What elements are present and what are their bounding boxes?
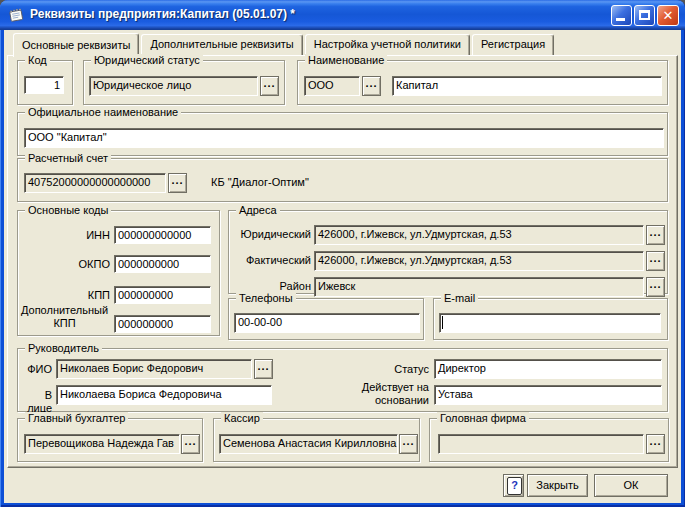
group-legal-status-label: Юридический статус — [91, 54, 203, 67]
group-email-label: E-mail — [441, 292, 478, 305]
enterprise-details-window: Реквизиты предприятия:Капитал (05.01.07)… — [0, 0, 685, 507]
group-main-codes-label: Основные коды — [25, 204, 111, 217]
legal-address-input[interactable]: 426000, г.Ижевск, ул.Удмуртская, д.53 — [314, 225, 644, 245]
additional-kpp-input[interactable]: 000000000 — [114, 315, 211, 333]
ok-button[interactable]: ОК — [594, 474, 668, 497]
app-icon — [8, 7, 24, 23]
group-manager: Руководитель ФИО Николаев Борис Федорови… — [17, 348, 668, 412]
group-addresses-label: Адреса — [236, 204, 280, 217]
tab-strip: Основные реквизиты Дополнительные реквиз… — [13, 32, 556, 55]
inn-label: ИНН — [18, 229, 110, 242]
chief-accountant-input[interactable]: Перевощикова Надежда Гав — [24, 434, 180, 454]
help-icon: ? — [507, 477, 522, 495]
additional-kpp-label: Дополнительный КПП — [18, 304, 111, 330]
account-browse-button[interactable]: ... — [168, 173, 187, 193]
cashier-browse-button[interactable]: ... — [399, 434, 418, 454]
group-cashier: Кассир Семенова Анастасия Кирилловна ... — [213, 418, 420, 462]
group-cashier-label: Кассир — [221, 412, 263, 425]
group-account: Расчетный счет 40752000000000000000 ... … — [17, 158, 668, 202]
group-head-firm: Головная фирма ... — [429, 418, 669, 462]
group-name: Наименование ООО ... Капитал — [297, 60, 668, 105]
title-bar: Реквизиты предприятия:Капитал (05.01.07)… — [0, 0, 685, 30]
head-firm-input[interactable] — [438, 434, 644, 454]
actual-address-input[interactable]: 426000, г.Ижевск, ул.Удмуртская, д.53 — [314, 251, 644, 271]
cashier-input[interactable]: Семенова Анастасия Кирилловна — [219, 434, 398, 454]
fio-browse-button[interactable]: ... — [254, 359, 273, 379]
minimize-icon[interactable] — [611, 5, 632, 26]
actual-address-label: Фактический — [233, 254, 311, 267]
legal-status-browse-button[interactable]: ... — [260, 76, 279, 96]
legal-address-label: Юридический — [233, 228, 311, 241]
actual-address-browse-button[interactable]: ... — [646, 251, 665, 271]
maximize-icon[interactable] — [634, 5, 655, 26]
fio-label: ФИО — [22, 363, 52, 376]
head-firm-browse-button[interactable]: ... — [646, 434, 665, 454]
okpo-label: ОКПО — [18, 258, 110, 271]
district-input[interactable]: Ижевск — [314, 277, 644, 297]
status-input[interactable]: Директор — [434, 359, 662, 379]
close-button[interactable]: Закрыть — [527, 474, 588, 497]
official-name-input[interactable]: ООО "Капитал" — [24, 128, 664, 148]
group-email: E-mail — [433, 298, 668, 340]
legal-address-browse-button[interactable]: ... — [646, 225, 665, 245]
text-caret — [442, 316, 443, 329]
group-phones: Телефоны 00-00-00 — [228, 298, 424, 340]
group-official-name-label: Официальное наименование — [25, 106, 181, 119]
email-input[interactable] — [439, 313, 661, 333]
group-code-label: Код — [25, 54, 50, 67]
group-account-label: Расчетный счет — [25, 152, 111, 165]
group-name-label: Наименование — [305, 54, 387, 67]
account-input[interactable]: 40752000000000000000 — [24, 173, 166, 193]
group-legal-status: Юридический статус Юридическое лицо ... — [83, 60, 285, 105]
code-input[interactable]: 1 — [24, 76, 64, 94]
group-code: Код 1 — [17, 60, 73, 105]
tab-accounting-policy[interactable]: Настройка учетной политики — [305, 34, 470, 55]
close-icon[interactable] — [657, 5, 679, 26]
bank-name-label: КБ "Диалог-Оптим" — [211, 176, 309, 189]
tab-registration[interactable]: Регистрация — [472, 34, 554, 55]
group-main-codes: Основные коды ИНН 000000000000 ОКПО 0000… — [17, 210, 220, 336]
name-prefix-input[interactable]: ООО — [304, 76, 360, 96]
group-phones-label: Телефоны — [236, 292, 296, 305]
phones-input[interactable]: 00-00-00 — [234, 313, 420, 333]
okpo-input[interactable]: 0000000000 — [114, 255, 211, 273]
kpp-input[interactable]: 000000000 — [114, 286, 211, 304]
status-label: Статус — [318, 363, 429, 376]
basis-input[interactable]: Устава — [434, 385, 662, 405]
fio-input[interactable]: Николаев Борис Федорович — [56, 359, 252, 379]
help-button[interactable]: ? — [503, 474, 524, 497]
group-head-firm-label: Головная фирма — [437, 412, 529, 425]
basis-label: Действует на основании — [313, 381, 429, 407]
chief-accountant-browse-button[interactable]: ... — [181, 434, 200, 454]
group-chief-accountant: Главный бухгалтер Перевощикова Надежда Г… — [17, 418, 203, 462]
legal-status-input[interactable]: Юридическое лицо — [89, 76, 258, 96]
group-addresses: Адреса Юридический 426000, г.Ижевск, ул.… — [228, 210, 668, 294]
tab-additional-details[interactable]: Дополнительные реквизиты — [141, 34, 302, 55]
name-prefix-browse-button[interactable]: ... — [362, 76, 381, 96]
person-input[interactable]: Николаева Бориса Федоровича — [56, 385, 272, 405]
window-title: Реквизиты предприятия:Капитал (05.01.07)… — [30, 7, 295, 21]
group-official-name: Официальное наименование ООО "Капитал" — [17, 112, 668, 156]
kpp-label: КПП — [18, 289, 110, 302]
name-input[interactable]: Капитал — [392, 76, 662, 96]
group-manager-label: Руководитель — [25, 342, 102, 355]
district-browse-button[interactable]: ... — [646, 277, 665, 297]
inn-input[interactable]: 000000000000 — [114, 226, 211, 244]
group-chief-accountant-label: Главный бухгалтер — [25, 412, 128, 425]
